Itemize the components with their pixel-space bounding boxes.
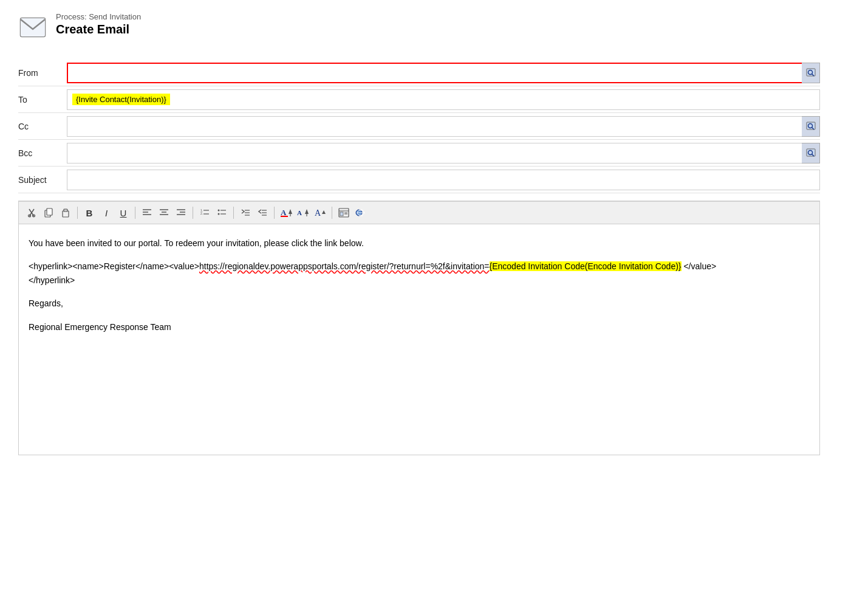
from-lookup-button[interactable] <box>802 63 820 83</box>
bold-button[interactable]: B <box>81 205 97 220</box>
body-hyperlink-block: <hyperlink><name>Register</name><value>h… <box>29 260 810 287</box>
svg-rect-1 <box>21 18 45 36</box>
bcc-row: Bcc <box>18 140 820 167</box>
header-subtitle: Process: Send Invitation <box>56 12 141 21</box>
body-hyperlink-close: </hyperlink> <box>29 275 75 285</box>
align-right-button[interactable] <box>173 205 189 220</box>
indent-decrease-button[interactable] <box>255 205 270 220</box>
body-encoded-tag: {Encoded Invitation Code(Encode Invitati… <box>490 261 682 271</box>
from-row: From <box>18 60 820 86</box>
page-header: Process: Send Invitation Create Email <box>18 12 820 41</box>
cc-input-wrapper <box>67 116 820 137</box>
to-label: To <box>18 90 67 109</box>
svg-point-32 <box>218 210 220 212</box>
hyperlink-button[interactable] <box>353 205 369 220</box>
body-signature: Regional Emergency Response Team <box>29 320 810 334</box>
svg-marker-44 <box>289 209 292 214</box>
svg-text:A: A <box>315 208 321 218</box>
subject-row: Subject <box>18 167 820 193</box>
svg-text:A: A <box>281 208 287 217</box>
to-row: To {Invite Contact(Invitation)} <box>18 86 820 113</box>
email-toolbar: B I U 1.2. <box>18 201 820 224</box>
body-value-close: </value> <box>682 261 717 271</box>
svg-marker-47 <box>305 209 309 214</box>
svg-rect-16 <box>47 208 52 215</box>
cc-label: Cc <box>18 117 67 136</box>
svg-rect-18 <box>64 209 67 212</box>
ordered-list-button[interactable]: 1.2. <box>197 205 213 220</box>
svg-point-34 <box>218 213 220 215</box>
to-field[interactable]: {Invite Contact(Invitation)} <box>67 89 820 110</box>
underline-button[interactable]: U <box>115 205 131 220</box>
email-envelope-icon <box>18 12 47 41</box>
subject-label: Subject <box>18 170 67 190</box>
svg-text:2.: 2. <box>200 212 203 215</box>
italic-button[interactable]: I <box>98 205 114 220</box>
from-label: From <box>18 63 67 83</box>
separator-1 <box>77 207 78 219</box>
separator-6 <box>332 207 332 219</box>
page-title: Create Email <box>56 22 141 36</box>
svg-rect-43 <box>281 216 288 217</box>
separator-3 <box>193 207 193 219</box>
font-button[interactable]: A <box>312 205 328 220</box>
unordered-list-button[interactable] <box>214 205 230 220</box>
bcc-input[interactable] <box>67 143 820 163</box>
svg-rect-53 <box>340 212 343 216</box>
align-left-button[interactable] <box>139 205 155 220</box>
paste-button[interactable] <box>58 205 73 220</box>
subject-input[interactable] <box>67 170 820 190</box>
template-button[interactable] <box>336 205 352 220</box>
body-url: https://regionaldev.powerappsportals.com… <box>199 261 490 271</box>
copy-button[interactable] <box>41 205 56 220</box>
svg-marker-50 <box>322 210 326 214</box>
header-text-block: Process: Send Invitation Create Email <box>56 12 141 36</box>
bcc-label: Bcc <box>18 143 67 163</box>
cc-row: Cc <box>18 113 820 140</box>
separator-2 <box>135 207 135 219</box>
separator-4 <box>233 207 234 219</box>
from-input-wrapper <box>67 63 820 83</box>
bcc-input-wrapper <box>67 143 820 163</box>
body-line1: You have been invited to our portal. To … <box>29 236 810 250</box>
cut-button[interactable] <box>24 205 39 220</box>
font-color-button[interactable]: A <box>278 205 294 220</box>
email-body-editor[interactable]: You have been invited to our portal. To … <box>18 224 820 455</box>
separator-5 <box>274 207 275 219</box>
email-form: From To {Invite Contact(Invitation)} <box>18 60 820 193</box>
indent-increase-button[interactable] <box>238 205 253 220</box>
font-size-button[interactable]: A <box>295 205 311 220</box>
body-hyperlink-open: <hyperlink><name>Register</name><value> <box>29 261 199 271</box>
cc-input[interactable] <box>67 116 820 137</box>
svg-text:A: A <box>297 209 302 216</box>
cc-lookup-button[interactable] <box>802 116 820 137</box>
align-center-button[interactable] <box>156 205 172 220</box>
from-input[interactable] <box>67 63 820 83</box>
to-invite-tag: {Invite Contact(Invitation)} <box>72 94 170 105</box>
bcc-lookup-button[interactable] <box>802 143 820 163</box>
body-regards: Regards, <box>29 297 810 310</box>
